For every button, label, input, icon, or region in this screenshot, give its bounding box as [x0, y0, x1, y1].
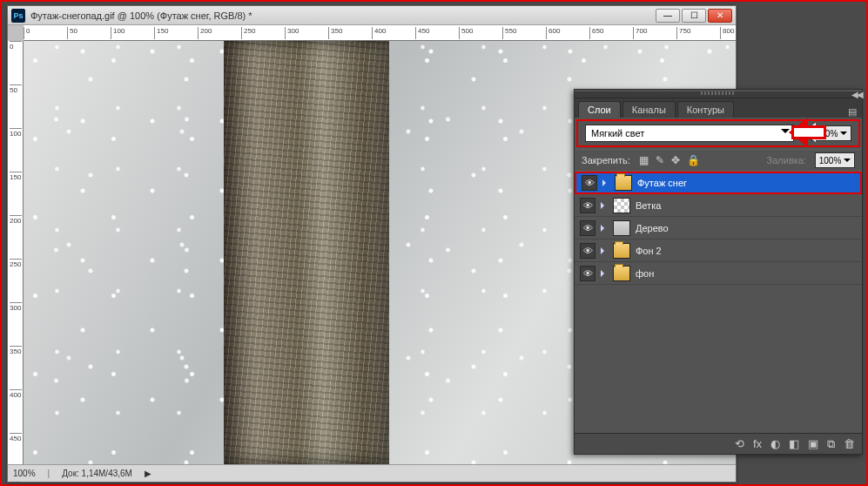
lock-label: Закрепить:: [582, 155, 630, 165]
ruler-tick: 350: [10, 346, 22, 355]
ruler-tick: 400: [10, 389, 22, 399]
layer-thumbnail: [613, 266, 630, 281]
close-button[interactable]: ✕: [708, 9, 732, 23]
panel-menu-icon[interactable]: ▤: [843, 106, 862, 118]
layer-name: Фон 2: [636, 246, 662, 256]
ruler-tick: 200: [198, 27, 212, 39]
ruler-tick: 0: [24, 27, 30, 39]
disclosure-triangle-icon[interactable]: [601, 247, 608, 254]
ruler-tick: 450: [415, 27, 429, 39]
ruler-tick: 800: [720, 27, 734, 39]
tab-Слои[interactable]: Слои: [578, 101, 621, 118]
panel-action-icon[interactable]: ⧉: [827, 437, 835, 451]
chevron-down-icon: [840, 132, 847, 138]
ruler-tick: 300: [285, 27, 299, 39]
ruler-tick: 300: [10, 302, 22, 312]
visibility-toggle[interactable]: 👁: [582, 175, 597, 191]
blend-opacity-row: Мягкий свет 100%: [576, 119, 860, 147]
ruler-tick: 100: [111, 27, 124, 39]
layer-row[interactable]: 👁Дерево: [575, 217, 862, 240]
lock-option-icon[interactable]: ✎: [656, 154, 664, 166]
lock-option-icon[interactable]: ▦: [639, 154, 649, 166]
ruler-tick: 200: [10, 215, 22, 225]
status-zoom[interactable]: 100%: [13, 469, 36, 478]
screenshot-frame: Ps Футаж-снегопад.gif @ 100% (Футаж снег…: [0, 0, 868, 486]
disclosure-triangle-icon[interactable]: [602, 179, 609, 186]
ruler-horizontal[interactable]: 0501001502002503003504004505005506006507…: [24, 25, 736, 41]
layer-row[interactable]: 👁Фон 2: [575, 240, 862, 262]
status-bar: 100% | Док: 1,14M/43,6M ▶: [8, 464, 736, 482]
visibility-toggle[interactable]: 👁: [580, 243, 595, 259]
ruler-tick: 550: [502, 27, 516, 39]
layer-row[interactable]: 👁Футаж снег: [575, 172, 862, 194]
ruler-tick: 750: [676, 27, 690, 39]
layer-name: фон: [636, 268, 654, 279]
panel-collapse-icon[interactable]: ◀◀: [851, 90, 862, 99]
panel-action-icon[interactable]: fx: [753, 437, 762, 450]
ruler-tick: 150: [10, 172, 22, 181]
layer-thumbnail: [615, 175, 632, 191]
chevron-down-icon: [844, 159, 851, 165]
disclosure-triangle-icon[interactable]: [601, 202, 608, 209]
titlebar[interactable]: Ps Футаж-снегопад.gif @ 100% (Футаж снег…: [8, 6, 736, 25]
ruler-tick: 350: [328, 27, 342, 39]
ruler-tick: 650: [589, 27, 603, 39]
status-arrow-icon[interactable]: ▶: [145, 469, 151, 478]
lock-icons: ▦✎✥🔒: [639, 154, 700, 166]
tree-trunk-graphic: [224, 41, 389, 464]
fill-value[interactable]: 100%: [815, 152, 855, 168]
layer-list: 👁Футаж снег👁Ветка👁Дерево👁Фон 2👁фон: [575, 171, 862, 285]
panel-action-icon[interactable]: ▣: [808, 437, 818, 450]
ruler-vertical[interactable]: 050100150200250300350400450500: [8, 41, 24, 464]
layer-thumbnail: [613, 243, 630, 259]
layer-name: Ветка: [636, 200, 661, 211]
ruler-tick: 250: [10, 259, 22, 268]
disclosure-triangle-icon[interactable]: [601, 225, 608, 232]
visibility-toggle[interactable]: 👁: [580, 198, 595, 213]
photoshop-icon: Ps: [11, 9, 25, 23]
panel-action-icon[interactable]: 🗑: [844, 437, 855, 450]
layer-name: Дерево: [636, 223, 669, 233]
panel-bottom-bar: ⟲fx◐◧▣⧉🗑: [575, 433, 862, 454]
chevron-down-icon: [781, 129, 790, 138]
layer-thumbnail: [613, 198, 630, 213]
ruler-tick: 150: [154, 27, 168, 39]
lock-row: Закрепить: ▦✎✥🔒 Заливка: 100%: [575, 149, 862, 171]
ruler-tick: 100: [10, 128, 22, 138]
status-divider: |: [48, 469, 50, 478]
ruler-tick: 500: [459, 27, 473, 39]
ruler-tick: 600: [546, 27, 560, 39]
ruler-tick: 450: [10, 433, 22, 442]
layer-row[interactable]: 👁фон: [575, 262, 862, 285]
ruler-tick: 50: [67, 27, 77, 39]
ruler-tick: 50: [10, 84, 22, 94]
disclosure-triangle-icon[interactable]: [601, 270, 608, 277]
visibility-toggle[interactable]: 👁: [580, 266, 595, 281]
panel-action-icon[interactable]: ◐: [770, 437, 780, 450]
panel-action-icon[interactable]: ◧: [789, 437, 799, 450]
window-title: Футаж-снегопад.gif @ 100% (Футаж снег, R…: [30, 10, 656, 21]
panel-action-icon[interactable]: ⟲: [735, 437, 744, 450]
fill-label: Заливка:: [767, 155, 806, 165]
status-docsize: Док: 1,14M/43,6M: [62, 469, 132, 478]
panel-spacer: [575, 285, 862, 433]
panel-grip[interactable]: [575, 91, 862, 98]
layer-name: Футаж снег: [637, 178, 687, 188]
tab-Контуры[interactable]: Контуры: [677, 101, 734, 118]
maximize-button[interactable]: ☐: [682, 9, 706, 23]
opacity-value[interactable]: 100%: [811, 125, 851, 141]
panel-tabs: СлоиКаналыКонтуры▤: [575, 98, 862, 118]
visibility-toggle[interactable]: 👁: [580, 220, 595, 236]
ruler-tick: 250: [241, 27, 255, 39]
ruler-tick: 0: [10, 41, 22, 51]
minimize-button[interactable]: —: [656, 9, 680, 23]
layer-thumbnail: [613, 220, 630, 236]
blend-mode-select[interactable]: Мягкий свет: [585, 125, 794, 142]
lock-option-icon[interactable]: 🔒: [687, 154, 700, 166]
ruler-tick: 400: [372, 27, 386, 39]
tab-Каналы[interactable]: Каналы: [622, 101, 676, 118]
lock-option-icon[interactable]: ✥: [671, 154, 680, 166]
layer-row[interactable]: 👁Ветка: [575, 194, 862, 217]
blend-mode-value: Мягкий свет: [591, 128, 644, 138]
ruler-tick: 700: [633, 27, 647, 39]
